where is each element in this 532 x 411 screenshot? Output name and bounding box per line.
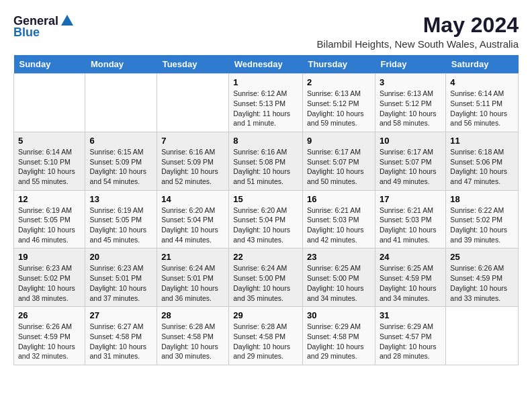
table-row: 28 Sunrise: 6:28 AMSunset: 4:58 PMDaylig… — [157, 307, 229, 365]
table-row: 6 Sunrise: 6:15 AMSunset: 5:09 PMDayligh… — [85, 132, 157, 190]
day-info: Sunrise: 6:14 AMSunset: 5:10 PMDaylight:… — [18, 147, 81, 187]
table-row: 2 Sunrise: 6:13 AMSunset: 5:12 PMDayligh… — [302, 74, 375, 132]
day-number: 2 — [307, 77, 371, 87]
title-section: May 2024 Bilambil Heights, New South Wal… — [317, 13, 519, 50]
table-row: 12 Sunrise: 6:19 AMSunset: 5:05 PMDaylig… — [14, 190, 85, 248]
day-info: Sunrise: 6:26 AMSunset: 4:59 PMDaylight:… — [18, 322, 81, 361]
table-row: 31 Sunrise: 6:29 AMSunset: 4:57 PMDaylig… — [375, 307, 445, 365]
day-number: 17 — [380, 194, 441, 204]
header-saturday: Saturday — [446, 55, 519, 74]
calendar-week-row: 12 Sunrise: 6:19 AMSunset: 5:05 PMDaylig… — [14, 190, 519, 248]
table-row: 20 Sunrise: 6:23 AMSunset: 5:01 PMDaylig… — [85, 248, 157, 307]
logo-icon — [60, 13, 75, 28]
day-number: 12 — [18, 194, 81, 204]
table-row: 16 Sunrise: 6:21 AMSunset: 5:03 PMDaylig… — [302, 190, 375, 248]
day-number: 20 — [89, 252, 152, 262]
table-row — [14, 74, 85, 132]
day-number: 28 — [161, 310, 224, 320]
page-header: General Blue May 2024 Bilambil Heights, … — [13, 13, 519, 50]
day-number: 16 — [307, 194, 371, 204]
day-info: Sunrise: 6:29 AMSunset: 4:58 PMDaylight:… — [307, 322, 371, 361]
day-info: Sunrise: 6:15 AMSunset: 5:09 PMDaylight:… — [89, 147, 152, 187]
table-row: 17 Sunrise: 6:21 AMSunset: 5:03 PMDaylig… — [375, 190, 445, 248]
day-number: 31 — [380, 310, 441, 320]
day-number: 25 — [450, 252, 514, 262]
header-friday: Friday — [375, 55, 445, 74]
table-row: 13 Sunrise: 6:19 AMSunset: 5:05 PMDaylig… — [85, 190, 157, 248]
table-row — [446, 307, 519, 365]
day-info: Sunrise: 6:18 AMSunset: 5:06 PMDaylight:… — [450, 147, 514, 187]
day-number: 8 — [233, 136, 298, 146]
day-info: Sunrise: 6:22 AMSunset: 5:02 PMDaylight:… — [450, 205, 514, 245]
table-row: 10 Sunrise: 6:17 AMSunset: 5:07 PMDaylig… — [375, 132, 445, 190]
day-number: 29 — [233, 310, 298, 320]
header-tuesday: Tuesday — [157, 55, 229, 74]
header-monday: Monday — [85, 55, 157, 74]
month-title: May 2024 — [317, 13, 519, 37]
calendar-week-row: 1 Sunrise: 6:12 AMSunset: 5:13 PMDayligh… — [14, 74, 519, 132]
day-info: Sunrise: 6:21 AMSunset: 5:03 PMDaylight:… — [307, 205, 371, 245]
day-info: Sunrise: 6:13 AMSunset: 5:12 PMDaylight:… — [307, 89, 371, 128]
table-row: 9 Sunrise: 6:17 AMSunset: 5:07 PMDayligh… — [302, 132, 375, 190]
table-row: 15 Sunrise: 6:20 AMSunset: 5:04 PMDaylig… — [229, 190, 303, 248]
day-info: Sunrise: 6:16 AMSunset: 5:09 PMDaylight:… — [161, 147, 224, 187]
day-info: Sunrise: 6:16 AMSunset: 5:08 PMDaylight:… — [233, 147, 298, 187]
day-number: 9 — [307, 136, 371, 146]
header-sunday: Sunday — [14, 55, 85, 74]
day-info: Sunrise: 6:14 AMSunset: 5:11 PMDaylight:… — [450, 89, 514, 128]
day-number: 6 — [89, 136, 152, 146]
calendar: Sunday Monday Tuesday Wednesday Thursday… — [13, 55, 519, 365]
table-row: 25 Sunrise: 6:26 AMSunset: 4:59 PMDaylig… — [446, 248, 519, 307]
table-row: 3 Sunrise: 6:13 AMSunset: 5:12 PMDayligh… — [375, 74, 445, 132]
table-row: 11 Sunrise: 6:18 AMSunset: 5:06 PMDaylig… — [446, 132, 519, 190]
day-info: Sunrise: 6:25 AMSunset: 5:00 PMDaylight:… — [307, 263, 371, 303]
table-row: 22 Sunrise: 6:24 AMSunset: 5:00 PMDaylig… — [229, 248, 303, 307]
day-info: Sunrise: 6:19 AMSunset: 5:05 PMDaylight:… — [18, 205, 81, 245]
table-row: 24 Sunrise: 6:25 AMSunset: 4:59 PMDaylig… — [375, 248, 445, 307]
table-row: 5 Sunrise: 6:14 AMSunset: 5:10 PMDayligh… — [14, 132, 85, 190]
table-row: 1 Sunrise: 6:12 AMSunset: 5:13 PMDayligh… — [229, 74, 303, 132]
day-number: 14 — [161, 194, 224, 204]
logo: General Blue — [13, 13, 75, 40]
day-number: 11 — [450, 136, 514, 146]
table-row: 21 Sunrise: 6:24 AMSunset: 5:01 PMDaylig… — [157, 248, 229, 307]
table-row: 27 Sunrise: 6:27 AMSunset: 4:58 PMDaylig… — [85, 307, 157, 365]
day-number: 10 — [380, 136, 441, 146]
day-info: Sunrise: 6:29 AMSunset: 4:57 PMDaylight:… — [380, 322, 441, 361]
day-info: Sunrise: 6:12 AMSunset: 5:13 PMDaylight:… — [233, 89, 298, 128]
day-info: Sunrise: 6:20 AMSunset: 5:04 PMDaylight:… — [233, 205, 298, 245]
day-info: Sunrise: 6:13 AMSunset: 5:12 PMDaylight:… — [380, 89, 441, 128]
day-info: Sunrise: 6:24 AMSunset: 5:01 PMDaylight:… — [161, 263, 224, 303]
calendar-week-row: 19 Sunrise: 6:23 AMSunset: 5:02 PMDaylig… — [14, 248, 519, 307]
day-info: Sunrise: 6:28 AMSunset: 4:58 PMDaylight:… — [161, 322, 224, 361]
day-number: 24 — [380, 252, 441, 262]
calendar-week-row: 5 Sunrise: 6:14 AMSunset: 5:10 PMDayligh… — [14, 132, 519, 190]
day-info: Sunrise: 6:17 AMSunset: 5:07 PMDaylight:… — [380, 147, 441, 187]
day-info: Sunrise: 6:27 AMSunset: 4:58 PMDaylight:… — [89, 322, 152, 361]
day-info: Sunrise: 6:26 AMSunset: 4:59 PMDaylight:… — [450, 263, 514, 303]
header-thursday: Thursday — [302, 55, 375, 74]
day-number: 18 — [450, 194, 514, 204]
day-info: Sunrise: 6:19 AMSunset: 5:05 PMDaylight:… — [89, 205, 152, 245]
day-number: 27 — [89, 310, 152, 320]
calendar-header-row: Sunday Monday Tuesday Wednesday Thursday… — [14, 55, 519, 74]
table-row: 14 Sunrise: 6:20 AMSunset: 5:04 PMDaylig… — [157, 190, 229, 248]
table-row: 8 Sunrise: 6:16 AMSunset: 5:08 PMDayligh… — [229, 132, 303, 190]
table-row: 19 Sunrise: 6:23 AMSunset: 5:02 PMDaylig… — [14, 248, 85, 307]
day-number: 4 — [450, 77, 514, 87]
table-row — [157, 74, 229, 132]
day-number: 7 — [161, 136, 224, 146]
calendar-week-row: 26 Sunrise: 6:26 AMSunset: 4:59 PMDaylig… — [14, 307, 519, 365]
day-number: 1 — [233, 77, 298, 87]
location: Bilambil Heights, New South Wales, Austr… — [317, 38, 519, 50]
day-info: Sunrise: 6:28 AMSunset: 4:58 PMDaylight:… — [233, 322, 298, 361]
table-row: 30 Sunrise: 6:29 AMSunset: 4:58 PMDaylig… — [302, 307, 375, 365]
day-info: Sunrise: 6:21 AMSunset: 5:03 PMDaylight:… — [380, 205, 441, 245]
day-info: Sunrise: 6:25 AMSunset: 4:59 PMDaylight:… — [380, 263, 441, 303]
day-number: 3 — [380, 77, 441, 87]
header-wednesday: Wednesday — [229, 55, 303, 74]
day-number: 5 — [18, 136, 81, 146]
day-info: Sunrise: 6:24 AMSunset: 5:00 PMDaylight:… — [233, 263, 298, 303]
day-info: Sunrise: 6:17 AMSunset: 5:07 PMDaylight:… — [307, 147, 371, 187]
logo-blue: Blue — [13, 26, 40, 40]
